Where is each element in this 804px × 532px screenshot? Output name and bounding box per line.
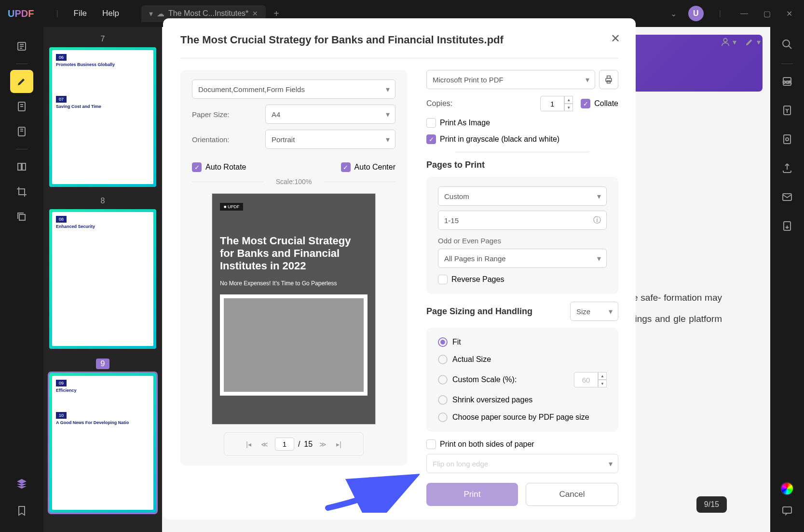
chevron-down-icon[interactable]: ⌄ — [667, 7, 681, 20]
content-select[interactable]: Document,Comment,Form Fields — [192, 80, 395, 99]
batch-tool[interactable] — [10, 205, 33, 228]
page-indicator: 9/15 — [696, 496, 727, 513]
pager-next-icon[interactable]: ≫ — [316, 439, 329, 450]
copies-input[interactable] — [540, 96, 564, 111]
sign-dropdown[interactable]: ▾ — [744, 37, 761, 47]
svg-text:OCR: OCR — [783, 80, 791, 84]
auto-center-label: Auto Center — [354, 163, 395, 172]
both-sides-checkbox[interactable] — [426, 439, 436, 449]
sizing-mode-select[interactable]: Size — [570, 302, 618, 321]
menu-help[interactable]: Help — [102, 9, 119, 18]
pager-total: 15 — [304, 440, 313, 449]
preview-title: The Most Crucial Strategy for Banks and … — [220, 235, 368, 272]
svg-rect-16 — [783, 507, 791, 513]
ocr-icon[interactable]: OCR — [777, 72, 797, 93]
organize-tool[interactable] — [10, 155, 33, 178]
svg-point-13 — [786, 138, 789, 141]
printer-settings-button[interactable] — [599, 70, 618, 89]
color-wheel-icon[interactable] — [780, 482, 794, 495]
flip-select[interactable]: Flip on long edge — [426, 454, 618, 473]
fit-label: Fit — [452, 338, 461, 346]
cloud-icon: ☁ — [157, 9, 164, 18]
pager-first-icon[interactable]: |◂ — [243, 439, 254, 450]
page-range-mode-select[interactable]: Custom — [438, 186, 607, 206]
menu-file[interactable]: File — [74, 9, 87, 18]
paper-size-label: Paper Size: — [192, 110, 259, 119]
email-icon[interactable] — [777, 187, 797, 209]
maximize-icon[interactable]: ▢ — [760, 7, 775, 20]
separator: | — [719, 9, 721, 18]
grayscale-checkbox[interactable] — [426, 134, 436, 144]
pager-prev-icon[interactable]: ≪ — [258, 439, 271, 450]
close-icon[interactable]: ✕ — [782, 7, 796, 20]
actual-size-radio[interactable] — [438, 355, 448, 364]
shrink-radio[interactable] — [438, 395, 448, 405]
minimize-icon[interactable]: — — [736, 7, 752, 20]
comment-icon[interactable] — [777, 501, 797, 522]
form-icon[interactable] — [777, 101, 797, 122]
add-tab-button[interactable]: + — [273, 8, 279, 19]
paper-size-select[interactable]: A4 — [265, 105, 395, 124]
reader-tool[interactable] — [10, 35, 33, 58]
print-as-image-checkbox[interactable] — [426, 118, 436, 128]
crop-tool[interactable] — [10, 180, 33, 203]
page-range-input[interactable] — [438, 211, 607, 230]
svg-rect-12 — [784, 135, 790, 144]
protect-icon[interactable] — [777, 130, 797, 151]
export-icon[interactable] — [777, 216, 797, 238]
fit-radio[interactable] — [438, 337, 448, 347]
pager-current-input[interactable] — [275, 438, 294, 451]
separator: | — [56, 9, 58, 18]
paper-source-radio[interactable] — [438, 412, 448, 422]
bookmark-tool[interactable] — [10, 499, 33, 522]
orientation-label: Orientation: — [192, 135, 259, 144]
cancel-button[interactable]: Cancel — [526, 483, 618, 506]
page-thumbnail[interactable]: 08 Enhanced Security — [49, 209, 156, 349]
copies-label: Copies: — [426, 99, 532, 108]
svg-point-8 — [783, 40, 790, 47]
printer-select[interactable]: Microsoft Print to PDF — [426, 70, 595, 89]
custom-scale-input[interactable] — [574, 372, 598, 387]
svg-rect-7 — [19, 214, 25, 220]
svg-point-17 — [723, 39, 727, 42]
share-icon[interactable] — [777, 159, 797, 180]
page-sizing-title: Page Sizing and Handling — [426, 306, 532, 317]
actual-size-label: Actual Size — [452, 355, 491, 364]
highlighter-tool[interactable] — [10, 70, 33, 93]
profile-dropdown[interactable]: ▾ — [720, 37, 736, 47]
copies-down-button[interactable]: ▼ — [564, 104, 573, 111]
scale-up-button[interactable]: ▲ — [598, 372, 607, 380]
svg-rect-19 — [607, 76, 611, 79]
thumb-page-number: 9 — [49, 359, 156, 369]
pages-to-print-title: Pages to Print — [426, 160, 618, 170]
thumb-page-number: 8 — [49, 197, 156, 205]
dialog-close-button[interactable]: ✕ — [611, 32, 620, 45]
odd-even-select[interactable]: All Pages in Range — [438, 249, 607, 268]
preview-badge: ■ UPDF — [220, 203, 243, 211]
page-tool[interactable] — [10, 120, 33, 143]
dialog-title: The Most Crucial Strategy for Banks and … — [180, 34, 618, 46]
chevron-down-icon[interactable]: ▾ — [149, 9, 153, 18]
close-tab-icon[interactable]: ✕ — [252, 10, 258, 17]
auto-rotate-checkbox[interactable] — [192, 162, 202, 172]
orientation-select[interactable]: Portrait — [265, 130, 395, 149]
pager-last-icon[interactable]: ▸| — [333, 439, 344, 450]
scale-down-button[interactable]: ▼ — [598, 380, 607, 387]
print-button[interactable]: Print — [426, 483, 518, 506]
page-thumbnail-selected[interactable]: 09 Efficiency 10 A Good News For Develop… — [49, 373, 156, 513]
reverse-pages-checkbox[interactable] — [438, 275, 448, 284]
page-thumbnail[interactable]: 06 Promotes Business Globally 07 Saving … — [49, 47, 156, 187]
layers-tool[interactable] — [10, 472, 33, 495]
print-dialog: The Most Crucial Strategy for Banks and … — [163, 18, 636, 519]
collate-checkbox[interactable] — [581, 99, 590, 108]
user-avatar[interactable]: U — [688, 6, 704, 21]
svg-rect-5 — [18, 163, 21, 170]
edit-tool[interactable] — [10, 95, 33, 118]
auto-center-checkbox[interactable] — [341, 162, 351, 172]
info-icon[interactable]: ⓘ — [593, 215, 601, 226]
copies-up-button[interactable]: ▲ — [564, 96, 573, 104]
app-logo: UPDF — [8, 8, 34, 19]
custom-scale-radio[interactable] — [438, 375, 448, 385]
search-icon[interactable] — [777, 35, 797, 56]
print-as-image-label: Print As Image — [440, 119, 490, 127]
